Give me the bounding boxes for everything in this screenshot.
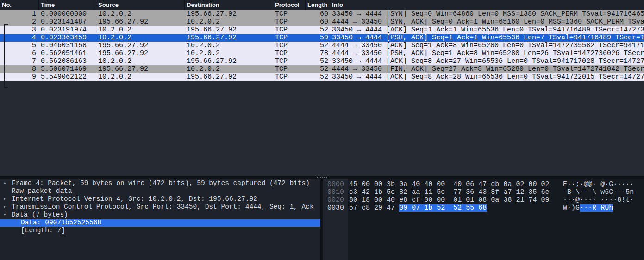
ascii-char[interactable]: · [592,180,596,188]
expander-right-icon[interactable]: ▸ [0,180,12,187]
hex-byte[interactable]: 00 [437,196,445,204]
hex-byte[interactable]: 21 [516,196,524,204]
ascii-char[interactable]: · [617,188,621,196]
detail-line[interactable]: ▾Data (7 bytes) [0,211,320,219]
column-header-source[interactable]: Source [96,0,185,10]
ascii-char[interactable]: · [625,180,630,188]
hex-byte[interactable]: 40 [412,180,420,188]
column-header-no[interactable]: No. [0,0,39,10]
ascii-char[interactable]: \ [575,188,580,196]
ascii-char[interactable]: w [600,188,605,196]
hex-byte[interactable]: 40 [453,180,462,188]
packet-row-3[interactable]: 30.02319197410.2.0.2195.66.27.92TCP52334… [0,26,644,34]
ascii-char[interactable]: R [600,204,605,212]
expander-right-icon[interactable]: ▸ [0,203,12,211]
ascii-char[interactable]: · [567,196,571,204]
ascii-char[interactable]: · [563,188,567,196]
hex-byte[interactable]: 0a [399,180,407,188]
ascii-char[interactable]: · [571,196,575,204]
hex-byte[interactable]: 00 [374,180,382,188]
ascii-char[interactable]: · [613,180,617,188]
ascii-char[interactable]: · [609,196,613,204]
hex-byte[interactable]: 55 [466,204,474,212]
packet-row-4[interactable]: 40.02336345910.2.0.2195.66.27.92TCP59334… [0,34,644,42]
ascii-char[interactable]: · [600,196,605,204]
ascii-char[interactable]: · [588,188,592,196]
ascii-char[interactable]: \ [592,188,596,196]
hex-byte[interactable]: 06 [466,180,474,188]
hex-byte[interactable]: 57 [349,204,357,212]
hex-byte[interactable]: 07 [412,204,420,212]
ascii-char[interactable]: · [605,196,609,204]
detail-line[interactable]: [Length: 7] [0,227,320,235]
hex-byte[interactable]: 52 [437,204,445,212]
hex-byte[interactable]: 12 [516,188,524,196]
ascii-char[interactable]: n [630,188,634,196]
ascii-char[interactable]: · [571,188,575,196]
ascii-char[interactable]: 8 [617,196,621,204]
hex-byte[interactable]: 02 [541,180,549,188]
hex-byte[interactable]: 6e [541,188,549,196]
ascii-char[interactable]: ! [621,196,625,204]
hex-byte[interactable]: 82 [399,188,407,196]
column-header-destination[interactable]: Destination [185,0,273,10]
detail-line[interactable]: ▸Internet Protocol Version 4, Src: 10.2.… [0,195,320,203]
ascii-char[interactable]: · [617,180,621,188]
hex-byte[interactable]: 0a [491,196,499,204]
hex-byte[interactable]: 80 [349,196,357,204]
hex-byte[interactable]: 00 [424,196,432,204]
ascii-char[interactable]: ; [575,180,580,188]
hex-byte[interactable]: 09 [399,204,407,212]
hex-byte[interactable]: 68 [478,204,487,212]
hex-byte[interactable]: 1b [374,188,382,196]
hex-byte[interactable]: 38 [503,196,512,204]
packet-row-2[interactable]: 20.023141487195.66.27.9210.2.0.2TCP60444… [0,18,644,26]
hex-byte[interactable]: 00 [362,180,370,188]
ascii-char[interactable]: · [584,196,588,204]
ascii-char[interactable]: W [563,204,567,212]
hex-byte[interactable]: 0a [503,180,512,188]
hex-byte[interactable]: 02 [516,180,524,188]
hex-byte[interactable]: 40 [387,196,395,204]
ascii-char[interactable]: · [630,180,634,188]
hex-byte[interactable]: 45 [349,180,357,188]
hex-byte[interactable]: 42 [362,188,370,196]
ascii-char[interactable]: · [584,188,588,196]
ascii-char[interactable]: · [613,188,617,196]
packet-row-7[interactable]: 70.56208616310.2.0.2195.66.27.92TCP52334… [0,57,644,65]
column-header-time[interactable]: Time [39,0,96,10]
hex-byte[interactable]: 00 [528,180,537,188]
packet-row-5[interactable]: 50.046031158195.66.27.9210.2.0.2TCP52444… [0,42,644,50]
hex-byte[interactable]: 47 [387,204,395,212]
hex-byte[interactable]: 35 [528,188,537,196]
hex-byte[interactable]: 52 [453,204,462,212]
hex-byte[interactable]: 5c [387,188,395,196]
hex-byte[interactable]: e8 [399,196,407,204]
ascii-char[interactable]: G [609,180,613,188]
hex-byte[interactable]: 18 [362,196,370,204]
hex-byte[interactable]: 01 [466,196,474,204]
ascii-char[interactable]: 5 [625,188,630,196]
ascii-char[interactable]: @ [584,180,588,188]
ascii-char[interactable]: · [592,196,596,204]
hex-byte[interactable]: 47 [478,180,487,188]
ascii-char[interactable]: E [563,180,567,188]
hex-byte[interactable]: 11 [424,188,432,196]
ascii-char[interactable]: 6 [605,188,609,196]
detail-line[interactable]: ▸Transmission Control Protocol, Src Port… [0,203,320,211]
ascii-char[interactable]: · [621,180,625,188]
hex-byte[interactable]: 29 [374,204,382,212]
ascii-char[interactable]: B [567,188,571,196]
ascii-char[interactable]: @ [600,180,605,188]
ascii-char[interactable]: · [621,188,625,196]
column-header-length[interactable]: Length [306,0,330,10]
packet-row-9[interactable]: 95.54906212210.2.0.2195.66.27.92TCP52334… [0,73,644,81]
expander-right-icon[interactable]: ▸ [0,195,12,203]
packet-row-8[interactable]: 85.506071469195.66.27.9210.2.0.2TCP52444… [0,65,644,73]
ascii-char[interactable]: t [625,196,630,204]
hex-byte[interactable]: 1b [424,204,432,212]
ascii-char[interactable]: ) [571,204,575,212]
ascii-char[interactable]: · [605,180,609,188]
hex-byte[interactable]: 5c [437,188,445,196]
ascii-char[interactable]: · [588,196,592,204]
